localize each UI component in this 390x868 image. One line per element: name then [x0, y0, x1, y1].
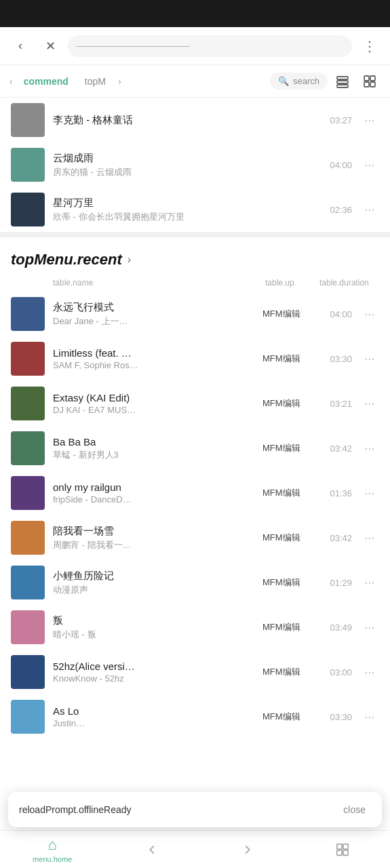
- song-duration: 02:36: [325, 205, 352, 215]
- song-title: 52hz(Alice versi…: [53, 660, 254, 672]
- address-bar[interactable]: ——————————————: [68, 35, 352, 57]
- svg-rect-3: [364, 76, 369, 81]
- svg-rect-9: [337, 850, 342, 854]
- offline-close-button[interactable]: close: [338, 802, 371, 818]
- svg-rect-8: [343, 844, 348, 848]
- bottom-nav-home[interactable]: ⌂ menu.home: [33, 836, 72, 863]
- song-info: 云烟成雨 房东的猫 - 云烟成雨: [53, 152, 317, 178]
- song-artist: 房东的猫 - 云烟成雨: [53, 166, 317, 178]
- svg-rect-5: [364, 82, 369, 87]
- song-duration: 03:00: [325, 667, 352, 677]
- song-info: Ba Ba Ba 草蜢 - 新好男人3: [53, 436, 254, 461]
- song-title: 陪我看一场雪: [53, 525, 254, 538]
- list-item[interactable]: 叛 晴小瑶 - 叛 MFM编辑 03:49 ···: [0, 605, 390, 650]
- home-icon: ⌂: [48, 836, 57, 854]
- svg-rect-7: [337, 844, 342, 848]
- song-more-button[interactable]: ···: [360, 663, 379, 682]
- song-more-button[interactable]: ···: [360, 707, 379, 726]
- song-title: As Lo: [53, 705, 254, 717]
- svg-rect-10: [343, 850, 348, 854]
- song-more-button[interactable]: ···: [360, 111, 379, 130]
- song-thumbnail: [11, 387, 45, 420]
- song-artist: 周鹏宵 - 陪我看一…: [53, 539, 254, 551]
- recent-arrow[interactable]: ›: [128, 254, 131, 266]
- list-item[interactable]: 云烟成雨 房东的猫 - 云烟成雨 04:00 ···: [0, 142, 390, 187]
- song-duration: 03:42: [325, 443, 352, 454]
- list-item[interactable]: As Lo Justin… MFM编辑 03:30 ···: [0, 694, 390, 739]
- list-item[interactable]: Limitless (feat. … SAM F, Sophie Ros… MF…: [0, 336, 390, 381]
- song-thumbnail: [11, 521, 45, 555]
- svg-rect-2: [337, 85, 348, 87]
- song-thumbnail: [11, 297, 45, 331]
- song-more-button[interactable]: ···: [360, 200, 379, 219]
- song-uploader: MFM编辑: [262, 353, 317, 365]
- song-thumbnail: [11, 655, 45, 689]
- song-duration: 03:21: [325, 399, 352, 409]
- recent-header: topMenu.recent ›: [0, 237, 390, 274]
- song-artist: Dear Jane - 上一…: [53, 315, 254, 328]
- song-more-button[interactable]: ···: [360, 618, 379, 637]
- song-uploader: MFM编辑: [262, 532, 317, 544]
- song-more-button[interactable]: ···: [360, 484, 379, 502]
- th-duration: table.duration: [319, 278, 360, 288]
- tab-forward-arrow[interactable]: ›: [115, 76, 124, 87]
- tab-bar: ‹ commend topM › 🔍 search: [0, 65, 390, 98]
- bottom-nav-forward[interactable]: [233, 835, 262, 865]
- list-item[interactable]: 李克勤 - 格林童话 03:27 ···: [0, 98, 390, 142]
- th-name: table.name: [53, 278, 265, 288]
- more-button[interactable]: ⋮: [357, 34, 382, 58]
- song-thumbnail: [11, 566, 45, 599]
- nav-bar: ‹ ✕ —————————————— ⋮: [0, 27, 390, 65]
- content-area: 李克勤 - 格林童话 03:27 ··· 云烟成雨 房东的猫 - 云烟成雨 04…: [0, 98, 390, 821]
- list-item[interactable]: Extasy (KAI Edit) DJ KAI - EA7 MUS… MFM编…: [0, 381, 390, 426]
- close-button[interactable]: ✕: [38, 34, 62, 58]
- search-icon: 🔍: [278, 76, 289, 86]
- bottom-nav-back[interactable]: [137, 835, 167, 865]
- song-more-button[interactable]: ···: [360, 155, 379, 174]
- song-title: Ba Ba Ba: [53, 436, 254, 448]
- song-thumbnail: [11, 700, 45, 734]
- song-more-button[interactable]: ···: [360, 439, 379, 458]
- list-item[interactable]: Ba Ba Ba 草蜢 - 新好男人3 MFM编辑 03:42 ···: [0, 426, 390, 471]
- song-title: 星河万里: [53, 197, 317, 210]
- song-info: 叛 晴小瑶 - 叛: [53, 614, 254, 641]
- tab-back-arrow[interactable]: ‹: [8, 76, 14, 87]
- song-more-button[interactable]: ···: [360, 394, 379, 413]
- grid-view-icon[interactable]: [357, 69, 382, 94]
- song-more-button[interactable]: ···: [360, 528, 379, 547]
- song-artist: 欣蒂 - 你会长出羽翼拥抱星河万里: [53, 211, 317, 223]
- tab-topmenu[interactable]: topM: [78, 72, 113, 91]
- song-title: only my railgun: [53, 481, 254, 493]
- bottom-nav-tabs[interactable]: [328, 835, 357, 865]
- song-uploader: MFM编辑: [262, 711, 317, 723]
- list-item[interactable]: 陪我看一场雪 周鹏宵 - 陪我看一… MFM编辑 03:42 ···: [0, 515, 390, 560]
- tab-commend[interactable]: commend: [17, 72, 75, 91]
- song-thumbnail: [11, 103, 45, 137]
- back-button[interactable]: ‹: [8, 34, 33, 58]
- search-box[interactable]: 🔍 search: [270, 73, 328, 90]
- song-duration: 03:49: [325, 623, 352, 633]
- song-info: As Lo Justin…: [53, 705, 254, 728]
- top-songs-section: 李克勤 - 格林童话 03:27 ··· 云烟成雨 房东的猫 - 云烟成雨 04…: [0, 98, 390, 232]
- list-item[interactable]: 永远飞行模式 Dear Jane - 上一… MFM编辑 04:00 ···: [0, 292, 390, 336]
- song-thumbnail: [11, 610, 45, 644]
- song-info: 小鲤鱼历险记 动漫原声: [53, 570, 254, 596]
- list-item[interactable]: 星河万里 欣蒂 - 你会长出羽翼拥抱星河万里 02:36 ···: [0, 187, 390, 232]
- list-item[interactable]: 52hz(Alice versi… KnowKnow - 52hz MFM编辑 …: [0, 650, 390, 694]
- list-item[interactable]: only my railgun fripSide - DanceD… MFM编辑…: [0, 471, 390, 515]
- song-title: 云烟成雨: [53, 152, 317, 165]
- song-duration: 03:27: [325, 115, 352, 125]
- song-thumbnail: [11, 148, 45, 182]
- song-info: 永远飞行模式 Dear Jane - 上一…: [53, 301, 254, 328]
- song-more-button[interactable]: ···: [360, 304, 379, 323]
- song-more-button[interactable]: ···: [360, 349, 379, 368]
- song-info: 星河万里 欣蒂 - 你会长出羽翼拥抱星河万里: [53, 197, 317, 223]
- song-title: 李克勤 - 格林童话: [53, 114, 317, 127]
- song-uploader: MFM编辑: [262, 576, 317, 589]
- song-more-button[interactable]: ···: [360, 573, 379, 592]
- list-item[interactable]: 小鲤鱼历险记 动漫原声 MFM编辑 01:29 ···: [0, 560, 390, 605]
- list-view-icon[interactable]: [330, 69, 355, 94]
- song-uploader: MFM编辑: [262, 308, 317, 320]
- song-artist: 晴小瑶 - 叛: [53, 629, 254, 641]
- song-info: Extasy (KAI Edit) DJ KAI - EA7 MUS…: [53, 392, 254, 415]
